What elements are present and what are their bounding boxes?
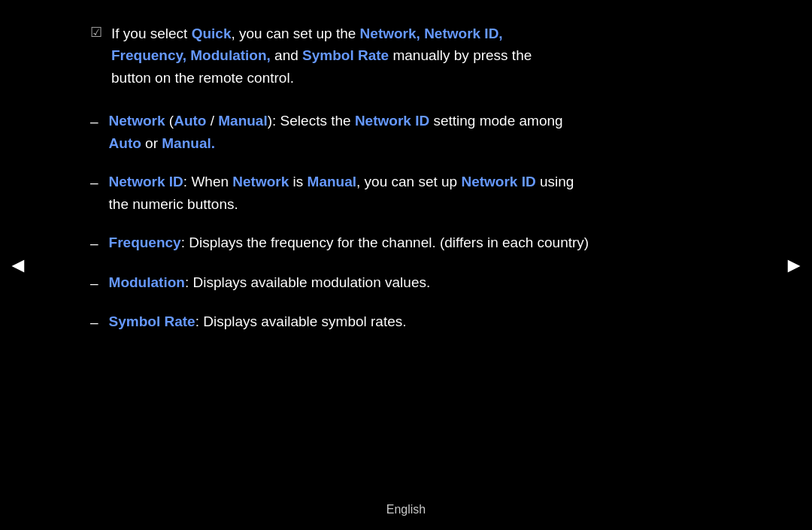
bullet-list: – Network (Auto / Manual): Selects the N… — [83, 110, 729, 333]
bullet-dash: – — [90, 111, 98, 132]
bullet-content-network: Network (Auto / Manual): Selects the Net… — [109, 110, 729, 154]
manual-label2: Manual. — [162, 135, 215, 151]
bullet-dash: – — [90, 232, 98, 254]
bullet-content-network-id: Network ID: When Network is Manual, you … — [109, 171, 729, 215]
note-text: If you select Quick, you can set up the … — [111, 23, 532, 89]
auto-manual-label: Auto — [174, 113, 206, 129]
frequency-label: Frequency — [109, 235, 181, 250]
note-icon: ☑ — [90, 24, 102, 41]
bullet-content-modulation: Modulation: Displays available modulatio… — [109, 271, 729, 293]
footer: English — [0, 503, 812, 530]
content-area: ☑ If you select Quick, you can set up th… — [83, 0, 729, 503]
symbol-rate-highlight: Symbol Rate — [302, 47, 389, 63]
manual-ref: Manual — [308, 174, 356, 189]
bullet-dash: – — [90, 171, 98, 193]
bullet-dash: – — [90, 311, 98, 333]
list-item: – Modulation: Displays available modulat… — [90, 271, 729, 294]
bullet-content-symbol-rate: Symbol Rate: Displays available symbol r… — [109, 310, 729, 332]
auto-label: Auto — [109, 135, 141, 151]
list-item: – Frequency: Displays the frequency for … — [90, 232, 729, 254]
modulation-label: Modulation — [109, 274, 185, 290]
list-item: – Symbol Rate: Displays available symbol… — [90, 310, 729, 333]
nav-arrow-left[interactable]: ◄ — [8, 253, 29, 277]
manual-label: Manual — [218, 113, 267, 129]
language-label: English — [386, 503, 426, 516]
network-id-title: Network ID — [109, 174, 183, 189]
network-id-label: Network ID — [355, 113, 429, 129]
list-item: – Network ID: When Network is Manual, yo… — [90, 171, 729, 215]
note-block: ☑ If you select Quick, you can set up th… — [83, 23, 729, 89]
network-label: Network — [109, 113, 165, 129]
bullet-dash: – — [90, 272, 98, 294]
page-container: ◄ ► ☑ If you select Quick, you can set u… — [0, 0, 812, 530]
bullet-content-frequency: Frequency: Displays the frequency for th… — [109, 232, 729, 253]
symbol-rate-label: Symbol Rate — [109, 313, 195, 329]
quick-highlight: Quick — [192, 26, 232, 41]
nav-arrow-right[interactable]: ► — [783, 253, 804, 277]
network-ref: Network — [232, 174, 289, 189]
list-item: – Network (Auto / Manual): Selects the N… — [90, 110, 729, 154]
network-id-ref: Network ID — [461, 174, 535, 189]
